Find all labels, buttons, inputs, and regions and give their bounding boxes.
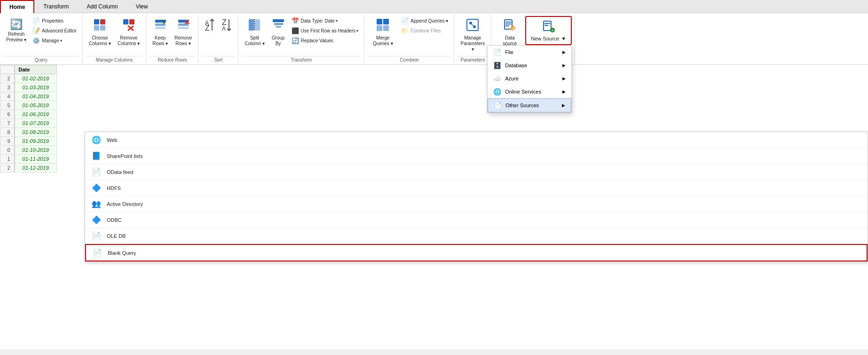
table-row[interactable]: 5 01-05-2019 <box>0 101 57 110</box>
table-row[interactable]: 0 01-10-2019 <box>0 146 57 155</box>
active-directory-icon: 👥 <box>91 199 102 208</box>
svg-rect-38 <box>505 24 511 24</box>
group-by-icon <box>272 18 285 34</box>
date-column-header: Date <box>15 65 57 74</box>
svg-rect-5 <box>129 19 134 24</box>
svg-rect-22 <box>249 19 254 31</box>
split-column-button[interactable]: SplitColumn ▾ <box>241 16 268 49</box>
tab-view[interactable]: View <box>127 0 157 13</box>
row-number: 2 <box>0 74 15 83</box>
transform-stack: 📅 Data Type: Date ▾ ⬛ Use First Row as H… <box>289 16 362 46</box>
refresh-icon: 🔄 <box>10 18 23 31</box>
table-row[interactable]: 9 01-09-2019 <box>0 137 57 146</box>
new-source-button[interactable]: + New Source ▼ <box>525 16 572 45</box>
use-first-row-button[interactable]: ⬛ Use First Row as Headers ▾ <box>289 26 362 36</box>
svg-rect-37 <box>505 22 511 23</box>
svg-rect-44 <box>544 25 548 26</box>
menu-item-azure[interactable]: ☁️ Azure ▶ <box>488 72 571 85</box>
transform-group-label: Transform <box>241 56 361 63</box>
choose-columns-button[interactable]: ChooseColumns ▾ <box>86 16 114 49</box>
submenu-sharepoint[interactable]: 📘 SharePoint lists <box>85 148 868 164</box>
svg-rect-30 <box>377 25 382 31</box>
submenu-odbc[interactable]: 🔷 ODBC <box>85 212 868 228</box>
svg-rect-25 <box>273 19 284 22</box>
svg-line-35 <box>471 23 474 27</box>
table-row[interactable]: 7 01-07-2019 <box>0 119 57 128</box>
menu-item-file[interactable]: 📄 File ▶ <box>488 46 571 59</box>
group-by-button[interactable]: GroupBy <box>268 16 289 49</box>
svg-text:⚙: ⚙ <box>512 27 515 31</box>
query-stack: 📄 Properties 📝 Advanced Editor ⚙️ Manage… <box>30 16 79 46</box>
submenu-active-directory[interactable]: 👥 Active Directory <box>85 196 868 212</box>
data-sources-buttons-row: ⚙ Data sourcesettings + New Source ▼ <box>494 16 572 56</box>
submenu-web[interactable]: 🌐 Web <box>85 132 868 148</box>
azure-icon: ☁️ <box>493 75 501 82</box>
submenu-blank-query[interactable]: 📄 Blank Query <box>85 244 868 261</box>
tab-add-column[interactable]: Add Column <box>78 0 127 13</box>
svg-text:+: + <box>551 28 554 33</box>
azure-chevron: ▶ <box>562 76 566 81</box>
manage-parameters-label: ManageParameters ▾ <box>460 35 485 52</box>
refresh-preview-label: RefreshPreview ▾ <box>6 32 26 43</box>
database-chevron: ▶ <box>562 63 566 68</box>
svg-rect-2 <box>94 25 99 31</box>
keep-rows-button[interactable]: KeepRows ▾ <box>149 16 171 49</box>
submenu-odata[interactable]: 📄 OData feed <box>85 164 868 180</box>
web-icon: 🌐 <box>91 135 102 144</box>
remove-columns-icon <box>122 18 135 34</box>
database-icon: 🗄️ <box>493 62 501 69</box>
row-number: 7 <box>0 119 15 128</box>
combine-files-button[interactable]: 📁 Combine Files <box>398 26 451 36</box>
merge-queries-label: Merge Queries ▾ <box>371 35 395 47</box>
group-sort: AZ ZA Sort <box>198 14 238 63</box>
sort-asc-icon: AZ <box>205 18 215 34</box>
refresh-preview-button[interactable]: 🔄 RefreshPreview ▾ <box>3 16 30 45</box>
date-cell: 01-11-2019 <box>15 155 57 164</box>
manage-parameters-button[interactable]: ManageParameters ▾ <box>457 16 488 55</box>
menu-item-other-sources[interactable]: 📄 Other Sources ▶ <box>488 98 571 112</box>
menu-item-database[interactable]: 🗄️ Database ▶ <box>488 59 571 72</box>
append-queries-button[interactable]: 📄 Append Queries ▾ <box>398 16 451 26</box>
sharepoint-icon: 📘 <box>91 151 102 160</box>
combine-files-icon: 📁 <box>401 27 409 34</box>
advanced-editor-button[interactable]: 📝 Advanced Editor <box>30 26 79 36</box>
table-row[interactable]: 3 01-03-2019 <box>0 83 57 92</box>
svg-text:Z: Z <box>205 24 210 32</box>
data-source-settings-icon: ⚙ <box>503 18 516 34</box>
tab-transform[interactable]: Transform <box>34 0 78 13</box>
table-row[interactable]: 4 01-04-2019 <box>0 92 57 101</box>
remove-rows-button[interactable]: RemoveRows ▾ <box>171 16 195 49</box>
manage-button[interactable]: ⚙️ Manage ▾ <box>30 36 79 46</box>
row-number: 2 <box>0 164 15 173</box>
replace-values-button[interactable]: 🔄 Replace Values <box>289 36 362 46</box>
group-transform: SplitColumn ▾ GroupBy 📅 Data Type: Date … <box>238 14 364 63</box>
group-combine: Merge Queries ▾ 📄 Append Queries ▾ 📁 Com… <box>364 14 454 63</box>
merge-queries-button[interactable]: Merge Queries ▾ <box>367 16 398 49</box>
new-source-wrapper: + New Source ▼ 📄 File ▶ <box>525 16 572 45</box>
date-cell: 01-08-2019 <box>15 128 57 137</box>
app-container: Home Transform Add Column View 🔄 Refresh… <box>0 0 868 349</box>
submenu-hdfs[interactable]: 🔷 HDFS <box>85 180 868 196</box>
remove-columns-button[interactable]: RemoveColumns ▾ <box>114 16 143 49</box>
other-sources-submenu: 🌐 Web 📘 SharePoint lists 📄 OData feed 🔷 … <box>85 132 868 262</box>
sort-asc-button[interactable]: AZ <box>201 16 218 38</box>
menu-item-online-services[interactable]: 🌐 Online Services ▶ <box>488 85 571 98</box>
table-row[interactable]: 2 01-12-2019 <box>0 164 57 173</box>
parameters-buttons-row: ManageParameters ▾ <box>457 16 488 56</box>
properties-button[interactable]: 📄 Properties <box>30 16 79 26</box>
combine-group-label: Combine <box>367 56 451 63</box>
tab-home[interactable]: Home <box>0 0 34 13</box>
table-row[interactable]: 1 01-11-2019 <box>0 155 57 164</box>
svg-rect-26 <box>274 23 283 25</box>
sort-desc-button[interactable]: ZA <box>218 16 235 38</box>
append-queries-icon: 📄 <box>401 17 409 24</box>
group-manage-columns: ChooseColumns ▾ RemoveColumns ▾ Manage C… <box>83 14 147 63</box>
submenu-oledb[interactable]: 📄 OLE DB <box>85 228 868 244</box>
row-number: 8 <box>0 128 15 137</box>
properties-icon: 📄 <box>32 17 40 24</box>
table-row[interactable]: 6 01-06-2019 <box>0 110 57 119</box>
use-first-row-icon: ⬛ <box>292 27 299 34</box>
table-row[interactable]: 8 01-08-2019 <box>0 128 57 137</box>
table-row[interactable]: 2 01-02-2019 <box>0 74 57 83</box>
data-type-button[interactable]: 📅 Data Type: Date ▾ <box>289 16 362 26</box>
